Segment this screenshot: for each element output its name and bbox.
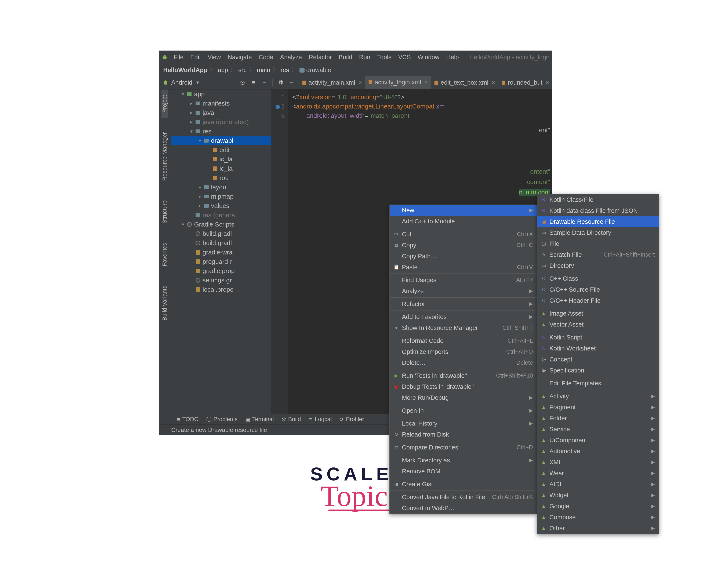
menu-item[interactable]: ▣Drawable Resource File (537, 216, 659, 227)
menu-item[interactable]: ◎Concept (537, 354, 659, 365)
menu-item[interactable]: ▲Other▶ (537, 523, 659, 534)
menu-vcs[interactable]: VCS (396, 54, 414, 61)
tree-node[interactable]: rou (171, 173, 271, 183)
bottom-tab-terminal[interactable]: ▣Terminal (245, 416, 274, 423)
menu-item[interactable]: ▲XML▶ (537, 457, 659, 468)
menu-item[interactable]: KKotlin Worksheet (537, 343, 659, 354)
gear-icon[interactable] (277, 80, 284, 86)
tool-tab-favorites[interactable]: Favorites (162, 237, 168, 272)
crumb-drawable[interactable]: drawable (300, 67, 331, 74)
menu-item[interactable]: ▲Activity▶ (537, 391, 659, 402)
menu-item[interactable]: CC/C++ Source File (537, 284, 659, 295)
menu-run[interactable]: Run (357, 54, 373, 61)
menu-item[interactable]: 📋PasteCtrl+V (390, 261, 537, 273)
tab-activity_main.xml[interactable]: activity_main.xml× (299, 76, 365, 89)
menu-item[interactable]: ▭Sample Data Directory (537, 227, 659, 238)
menu-item[interactable]: ↻Reload from Disk (390, 429, 537, 440)
menu-analyze[interactable]: Analyze (277, 54, 304, 61)
crumb-src[interactable]: src (238, 67, 247, 74)
tree-node[interactable]: settings.gr (171, 276, 271, 285)
menu-file[interactable]: File (171, 54, 186, 61)
tree-node[interactable]: ▸manifests (171, 99, 271, 108)
context-menu[interactable]: New▶Add C++ to Module✂CutCtrl+X⧉CopyCtrl… (389, 205, 537, 514)
tree-node[interactable]: ▸java (171, 108, 271, 118)
tree-node[interactable]: local.prope (171, 285, 271, 294)
menu-item[interactable]: More Run/Debug▶ (390, 392, 537, 403)
menu-item[interactable]: ◉Specification (537, 365, 659, 376)
menu-item[interactable]: ♦Show In Resource ManagerCtrl+Shift+T (390, 322, 537, 333)
menu-item[interactable]: KKotlin data class File from JSON (537, 205, 659, 216)
tree-node[interactable]: ic_la (171, 164, 271, 173)
tool-tab-structure[interactable]: Structure (162, 195, 168, 229)
bottom-tab-build[interactable]: ⚒Build (282, 416, 301, 423)
bottom-tab-profiler[interactable]: ⟳Profiler (340, 416, 364, 423)
menu-code[interactable]: Code (256, 54, 276, 61)
tree-node[interactable]: build.gradl (171, 238, 271, 248)
menu-item[interactable]: ◑Create Gist… (390, 479, 537, 490)
bottom-tab-todo[interactable]: ≡TODO (177, 416, 199, 423)
crumb-helloworldapp[interactable]: HelloWorldApp (163, 67, 207, 74)
menu-item[interactable]: Copy Path… (390, 251, 537, 261)
menu-refactor[interactable]: Refactor (306, 54, 334, 61)
collapse-icon[interactable] (261, 80, 268, 86)
crumb-res[interactable]: res (281, 67, 289, 74)
menu-item[interactable]: ▲Vector Asset (537, 319, 659, 330)
menu-item[interactable]: Analyze▶ (390, 286, 537, 296)
menu-item[interactable]: ▲Fragment▶ (537, 402, 659, 413)
menu-item[interactable]: ▲Automotive▶ (537, 446, 659, 457)
tree-node[interactable]: ▾Gradle Scripts (171, 220, 271, 229)
expand-icon[interactable] (250, 80, 257, 86)
menu-item[interactable]: ▲Compose▶ (537, 512, 659, 523)
menu-item[interactable]: KKotlin Script (537, 332, 659, 343)
tree-node[interactable]: ▸values (171, 201, 271, 210)
tree-node[interactable]: build.gradl (171, 229, 271, 238)
bottom-tab-logcat[interactable]: ≣Logcat (309, 416, 332, 423)
menu-item[interactable]: ✂CutCtrl+X (390, 229, 537, 240)
menu-item[interactable]: Refactor▶ (390, 298, 537, 310)
menu-item[interactable]: Delete…Delete (390, 357, 537, 368)
menu-view[interactable]: View (205, 54, 223, 61)
close-icon[interactable]: × (546, 79, 549, 86)
tree-node[interactable]: ▾res (171, 127, 271, 136)
tab-activity_login.xml[interactable]: activity_login.xml× (365, 76, 431, 89)
menu-item[interactable]: Remove BOM (390, 466, 537, 477)
crumb-app[interactable]: app (218, 67, 228, 74)
close-icon[interactable]: × (492, 79, 495, 86)
menu-item[interactable]: Mark Directory as▶ (390, 455, 537, 466)
menu-window[interactable]: Window (415, 54, 442, 61)
tree-node[interactable]: ▾app (171, 89, 271, 99)
menu-navigate[interactable]: Navigate (225, 54, 254, 61)
menu-item[interactable]: ⧉CopyCtrl+C (390, 240, 537, 251)
menu-item[interactable]: New▶ (390, 205, 537, 216)
project-tree[interactable]: ▾app▸manifests▸java▸java (generated)▾res… (171, 89, 271, 424)
tree-node[interactable]: proguard-r (171, 257, 271, 266)
menu-item[interactable]: KKotlin Class/File (537, 194, 659, 205)
menu-item[interactable]: Convert to WebP… (390, 503, 537, 513)
menu-item[interactable]: ▲Widget▶ (537, 490, 659, 501)
menu-build[interactable]: Build (336, 54, 355, 61)
menu-item[interactable]: Local History▶ (390, 418, 537, 429)
tree-node[interactable]: res (genera (171, 210, 271, 220)
new-submenu[interactable]: KKotlin Class/FileKKotlin data class Fil… (537, 194, 659, 534)
tool-tab-resource-manager[interactable]: Resource Manager (162, 127, 168, 186)
menu-help[interactable]: Help (444, 54, 461, 61)
tab-edit_text_box.xml[interactable]: edit_text_box.xml× (431, 76, 498, 89)
close-icon[interactable]: × (359, 79, 362, 86)
menu-item[interactable]: 🐞Debug 'Tests in 'drawable'' (390, 381, 537, 392)
menu-item[interactable]: Reformat CodeCtrl+Alt+L (390, 335, 537, 346)
close-icon[interactable]: × (425, 79, 428, 86)
menu-item[interactable]: Edit File Templates… (537, 378, 659, 389)
menu-item[interactable]: Add C++ to Module (390, 216, 537, 227)
tree-node[interactable]: ▸layout (171, 183, 271, 192)
menu-item[interactable]: ▲UiComponent▶ (537, 435, 659, 446)
crumb-main[interactable]: main (257, 67, 270, 74)
menu-item[interactable]: Optimize ImportsCtrl+Alt+O (390, 346, 537, 357)
tree-node[interactable]: ic_la (171, 154, 271, 164)
menu-tools[interactable]: Tools (375, 54, 394, 61)
menu-item[interactable]: ✎Scratch FileCtrl+Alt+Shift+Insert (537, 249, 659, 260)
menu-item[interactable]: Add to Favorites▶ (390, 311, 537, 322)
tree-node[interactable]: ▾drawabl (171, 136, 271, 145)
project-view-selector[interactable]: Android ▼ (159, 76, 235, 89)
hide-icon[interactable] (288, 80, 294, 86)
menu-item[interactable]: Open In▶ (390, 405, 537, 416)
